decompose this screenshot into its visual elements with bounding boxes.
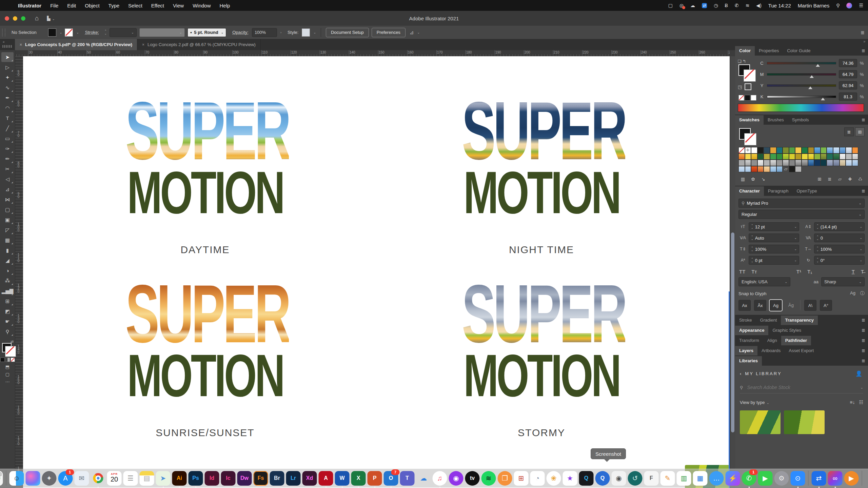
stroke-box-icon[interactable] [745, 83, 751, 90]
panel-grip[interactable] [2, 29, 5, 36]
dock-messenger[interactable]: ⚡ [726, 471, 740, 486]
vertical-scale-field[interactable]: T⇕⌃⌄100%⌄ [738, 245, 799, 253]
document-tab[interactable]: ×Logo Concepts 2.pdf @ 66.67 % (CMYK/CPU… [137, 39, 261, 50]
opacity-label[interactable]: Opacity: [232, 30, 249, 35]
dock-chrome[interactable] [91, 471, 105, 486]
selection-tool[interactable]: ➤◢ [1, 52, 14, 62]
swap-fill-stroke-icon[interactable]: ❏ ↰ [738, 59, 759, 64]
dock-chrome-window-minimized[interactable] [0, 471, 3, 486]
panel-tab-graphic-styles[interactable]: Graphic Styles [768, 326, 805, 335]
swatch-color[interactable] [776, 160, 783, 166]
document-tab[interactable]: ×Logo Concepts 5.pdf* @ 200 % (RGB/CPU P… [15, 39, 137, 50]
onedrive-cloud-icon[interactable]: ☁ [690, 3, 695, 8]
back-icon[interactable]: ‹ [740, 371, 742, 376]
opacity-field[interactable]: 100% [252, 28, 277, 37]
chevron-down-icon[interactable]: ⌄ [861, 386, 863, 389]
dock-messages[interactable]: … [709, 471, 724, 486]
swatch-color[interactable] [770, 147, 776, 154]
dock-finder[interactable]: ☺ [9, 471, 24, 486]
panel-tab-align[interactable]: Align [763, 336, 781, 345]
dock-music[interactable]: ♫ [433, 471, 447, 486]
panel-tab-color[interactable]: Color [735, 46, 755, 56]
swatch-gradient[interactable] [814, 147, 821, 154]
swatch-gradient[interactable] [833, 160, 840, 166]
dock-onedrive[interactable]: ☁ [416, 471, 431, 486]
swatch-color[interactable] [776, 147, 783, 154]
channel-value[interactable]: 62.94 [839, 81, 857, 89]
dock-fuse[interactable]: Fs [254, 471, 268, 486]
stepper-icon[interactable]: ⌃⌄ [751, 247, 753, 251]
swatch-gradient[interactable] [840, 154, 846, 160]
display-icon[interactable]: ▢ [668, 3, 673, 8]
panel-menu-icon[interactable]: ≣ [862, 338, 865, 343]
siri-menubar-icon[interactable] [846, 3, 852, 8]
list-view-icon[interactable]: ☷ [859, 400, 863, 405]
snap-xheight-button[interactable]: Āx [754, 300, 766, 311]
swatch-gradient[interactable] [852, 160, 859, 166]
edit-toolbar-button[interactable]: ⋯ [5, 379, 10, 384]
swatch-color[interactable] [770, 154, 776, 160]
chevron-down-icon[interactable]: ⌄ [417, 31, 420, 34]
dock-preview[interactable]: ◔ [530, 471, 545, 486]
stepper-icon[interactable]: ⌃⌄ [751, 236, 753, 240]
dock-outlook[interactable]: O7 [384, 471, 398, 486]
swatch-gradient[interactable] [738, 166, 745, 172]
panel-tab-color-guide[interactable]: Color Guide [783, 46, 814, 56]
swatch-registration[interactable]: ✛ [745, 147, 751, 154]
stepper-icon[interactable]: ⌃⌄ [751, 224, 753, 229]
add-to-library-icon[interactable]: ↘ [759, 176, 768, 182]
swatch-color[interactable] [764, 160, 770, 166]
swatch-gradient[interactable] [770, 160, 776, 166]
logo-concept-stormy[interactable]: SUPERMOTIONSTORMY [462, 282, 621, 439]
rectangle-tool[interactable]: ▭◢ [1, 134, 14, 143]
view-by-type-dropdown[interactable]: View by type ⌄ [740, 400, 769, 405]
stepper-icon[interactable]: ⌃⌄ [816, 236, 819, 240]
baseline-shift-value[interactable]: 0 pt [755, 258, 763, 263]
none-swatch[interactable] [738, 95, 744, 101]
swatch-none[interactable] [738, 147, 745, 154]
mesh-tool[interactable]: ▦◢ [1, 235, 14, 245]
panel-tab-paragraph[interactable]: Paragraph [764, 186, 793, 196]
dock-books[interactable]: ❐ [498, 471, 512, 486]
snap-angular-guides-button[interactable]: A\ [804, 300, 816, 311]
dock-font-book[interactable]: F [644, 471, 659, 486]
spotlight-icon[interactable]: ⚲ [836, 3, 840, 8]
dock-podcasts[interactable]: ◉ [449, 471, 463, 486]
stepper-icon[interactable]: ⌃⌄ [751, 258, 753, 263]
subscript-button[interactable]: T₁ [807, 269, 812, 274]
swatch-gradient[interactable] [795, 160, 802, 166]
compass-icon[interactable]: ◎ [679, 3, 684, 8]
dock-mail[interactable]: ✉ [75, 471, 89, 486]
symbol-sprayer-tool[interactable]: ⁂◢ [1, 276, 14, 286]
slider-thumb[interactable] [808, 86, 812, 89]
swatch-color[interactable] [808, 147, 814, 154]
swatch-gradient[interactable] [840, 160, 846, 166]
stroke-label[interactable]: Stroke: [85, 30, 99, 35]
channel-slider[interactable] [767, 96, 836, 98]
panel-tab-layers[interactable]: Layers [735, 346, 757, 355]
stroke-weight-stepper[interactable]: ⌃⌄ [104, 30, 107, 35]
tracking-field[interactable]: VA⌃⌄0⌄ [804, 233, 865, 242]
dock-quik[interactable]: Q [579, 471, 594, 486]
menu-item-help[interactable]: Help [215, 3, 235, 8]
rotation-field[interactable]: ↻⌃⌄0°⌄ [804, 256, 865, 265]
stepper-icon[interactable]: ⌃⌄ [816, 258, 819, 263]
variable-width-profile-dropdown[interactable]: ⌄ [139, 28, 185, 37]
menu-item-type[interactable]: Type [104, 3, 124, 8]
volume-icon[interactable]: ◀) [756, 3, 761, 8]
toolbox-stroke-chip[interactable] [5, 346, 16, 357]
swatch-color[interactable] [757, 147, 764, 154]
menu-item-object[interactable]: Object [80, 3, 104, 8]
dock-reminders[interactable]: ☰ [123, 471, 138, 486]
swatch-gradient[interactable] [745, 166, 751, 172]
dock-whatsapp[interactable]: ✆1 [742, 471, 756, 486]
width-tool[interactable]: ⋈◢ [1, 195, 14, 204]
snap-anchor-button[interactable]: A° [820, 300, 832, 311]
menu-item-select[interactable]: Select [124, 3, 147, 8]
swatch-color[interactable] [783, 147, 789, 154]
dock-teamviewer[interactable]: ⇄ [812, 471, 826, 486]
panel-tab-appearance[interactable]: Appearance [735, 326, 768, 335]
swatch-gradient[interactable] [751, 154, 757, 160]
swatch-gradient[interactable] [833, 154, 840, 160]
swatch-color[interactable] [789, 160, 795, 166]
